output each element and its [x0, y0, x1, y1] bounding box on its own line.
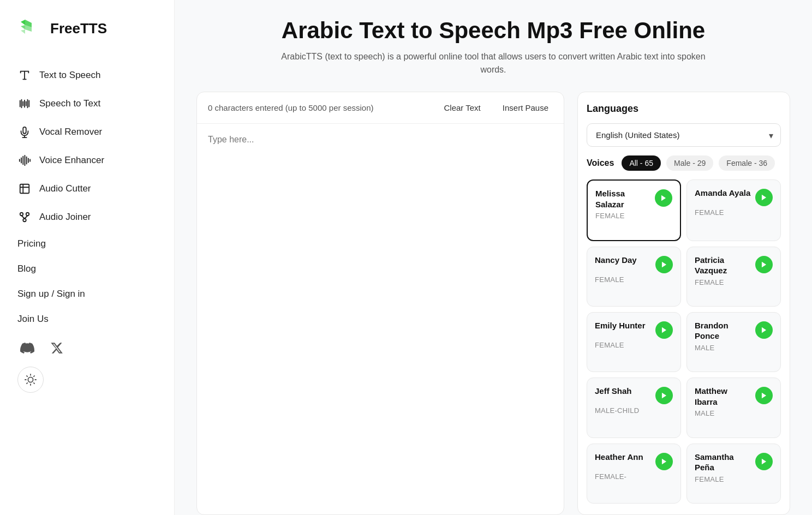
tab-all-voices[interactable]: All - 65 — [622, 155, 661, 171]
play-patricia-vazquez-button[interactable] — [755, 256, 773, 273]
tab-male-voices[interactable]: Male - 29 — [666, 155, 713, 171]
speech-to-text-icon — [17, 97, 32, 111]
sidebar-item-audio-joiner[interactable]: Audio Joiner — [17, 203, 157, 231]
sidebar-item-sign-in[interactable]: Sign up / Sign in — [17, 282, 157, 307]
play-nancy-day-button[interactable] — [655, 256, 673, 273]
svg-marker-42 — [762, 458, 766, 464]
svg-line-32 — [34, 376, 34, 376]
page-subtitle: ArabicTTS (text to speech) is a powerful… — [270, 50, 717, 76]
voice-card-top: Brandon Ponce — [695, 320, 773, 342]
voice-card-emily-hunter[interactable]: Emily Hunter FEMALE — [587, 312, 681, 372]
content-row: 0 characters entered (up to 5000 per ses… — [196, 92, 790, 515]
voice-gender: FEMALE — [595, 341, 673, 349]
svg-marker-40 — [762, 393, 766, 399]
svg-line-27 — [27, 376, 27, 376]
sidebar-item-blog[interactable]: Blog — [17, 256, 157, 282]
svg-line-22 — [22, 215, 25, 219]
voice-gender: Male — [695, 344, 773, 352]
vocal-remover-icon — [17, 125, 32, 139]
audio-joiner-icon — [17, 210, 32, 224]
svg-marker-38 — [762, 327, 766, 333]
voice-gender: Female- — [595, 472, 673, 481]
tab-female-voices[interactable]: Female - 36 — [719, 155, 775, 171]
play-brandon-ponce-button[interactable] — [755, 321, 773, 339]
logo[interactable]: FreeTTS — [17, 15, 157, 41]
voice-name: Amanda Ayala — [695, 188, 750, 199]
svg-line-31 — [27, 383, 27, 384]
voice-card-heather-ann[interactable]: Heather Ann Female- — [587, 444, 681, 504]
main-content: Arabic Text to Speech Mp3 Free Online Ar… — [175, 0, 812, 515]
language-select-wrapper: English (United States) Arabic Spanish F… — [587, 123, 781, 147]
svg-marker-35 — [662, 261, 666, 267]
audio-cutter-icon — [17, 182, 32, 196]
voices-label: Voices — [587, 158, 614, 168]
voice-card-top: Jeff Shah — [595, 386, 673, 404]
voice-enhancer-icon — [17, 153, 32, 167]
voice-gender: FEMALE — [695, 278, 773, 286]
voice-gender: Female — [695, 475, 773, 483]
svg-line-23 — [25, 215, 28, 219]
voice-card-top: Melissa Salazar — [595, 188, 672, 209]
text-input[interactable] — [197, 124, 564, 514]
svg-marker-41 — [662, 458, 666, 464]
voice-card-brandon-ponce[interactable]: Brandon Ponce Male — [686, 312, 781, 372]
text-panel: 0 characters entered (up to 5000 per ses… — [196, 92, 564, 515]
sidebar-item-speech-to-text[interactable]: Speech to Text — [17, 89, 157, 118]
voice-gender: FEMALE — [595, 276, 673, 284]
voice-card-top: Amanda Ayala — [695, 188, 773, 206]
voice-gender: FEMALE — [595, 212, 672, 220]
voice-card-top: Heather Ann — [595, 452, 673, 470]
voice-card-top: Nancy Day — [595, 255, 673, 273]
voice-gender: Male — [695, 409, 773, 417]
sidebar-item-audio-cutter[interactable]: Audio Cutter — [17, 175, 157, 203]
insert-pause-button[interactable]: Insert Pause — [498, 101, 553, 115]
sidebar-item-vocal-remover[interactable]: Vocal Remover — [17, 118, 157, 146]
voice-name: Jeff Shah — [595, 386, 632, 397]
voice-card-patricia-vazquez[interactable]: Patricia Vazquez FEMALE — [686, 247, 781, 307]
voice-name: Melissa Salazar — [595, 188, 652, 209]
clear-text-button[interactable]: Clear Text — [440, 101, 485, 115]
voice-gender: FEMALE — [695, 208, 773, 217]
theme-toggle-button[interactable] — [17, 367, 44, 393]
svg-point-24 — [28, 377, 33, 382]
sidebar-item-join-us[interactable]: Join Us — [17, 307, 157, 332]
languages-label: Languages — [587, 103, 781, 115]
play-jeff-shah-button[interactable] — [655, 387, 673, 404]
text-to-speech-icon — [17, 68, 32, 82]
voice-name: Matthew Ibarra — [695, 386, 752, 407]
voice-card-amanda-ayala[interactable]: Amanda Ayala FEMALE — [686, 179, 781, 241]
voice-name: Patricia Vazquez — [695, 255, 752, 276]
voice-card-top: Samantha Peña — [695, 452, 773, 473]
sidebar-item-voice-enhancer[interactable]: Voice Enhancer — [17, 146, 157, 175]
voice-card-top: Emily Hunter — [595, 320, 673, 339]
voice-card-nancy-day[interactable]: Nancy Day FEMALE — [587, 247, 681, 307]
svg-line-28 — [34, 383, 34, 384]
play-emily-hunter-button[interactable] — [655, 321, 673, 339]
logo-text: FreeTTS — [50, 20, 107, 37]
x-twitter-icon[interactable] — [47, 338, 67, 358]
play-amanda-ayala-button[interactable] — [755, 189, 773, 206]
logo-icon — [17, 15, 44, 41]
svg-marker-37 — [662, 327, 666, 333]
voice-card-melissa-salazar[interactable]: Melissa Salazar FEMALE — [587, 179, 681, 241]
play-samantha-pena-button[interactable] — [755, 453, 773, 470]
sidebar-item-text-to-speech[interactable]: Text to Speech — [17, 61, 157, 89]
voice-card-jeff-shah[interactable]: Jeff Shah Male-Child — [587, 378, 681, 438]
language-select[interactable]: English (United States) Arabic Spanish F… — [587, 123, 781, 147]
discord-icon[interactable] — [17, 338, 37, 358]
play-melissa-salazar-button[interactable] — [655, 189, 672, 207]
play-matthew-ibarra-button[interactable] — [755, 387, 773, 404]
sidebar-item-pricing[interactable]: Pricing — [17, 231, 157, 256]
voice-panel: Languages English (United States) Arabic… — [577, 92, 790, 515]
play-heather-ann-button[interactable] — [655, 453, 673, 470]
char-count: 0 characters entered (up to 5000 per ses… — [208, 103, 427, 112]
voice-card-samantha-pena[interactable]: Samantha Peña Female — [686, 444, 781, 504]
page-title: Arabic Text to Speech Mp3 Free Online — [196, 17, 790, 44]
sidebar: FreeTTS Text to Speech Speech to Text — [0, 0, 175, 515]
main-nav: Text to Speech Speech to Text Vocal Remo… — [17, 61, 157, 231]
voice-card-top: Matthew Ibarra — [695, 386, 773, 407]
voice-card-matthew-ibarra[interactable]: Matthew Ibarra Male — [686, 378, 781, 438]
voice-name: Emily Hunter — [595, 320, 646, 331]
svg-marker-33 — [661, 195, 666, 201]
voice-gender: Male-Child — [595, 406, 673, 415]
